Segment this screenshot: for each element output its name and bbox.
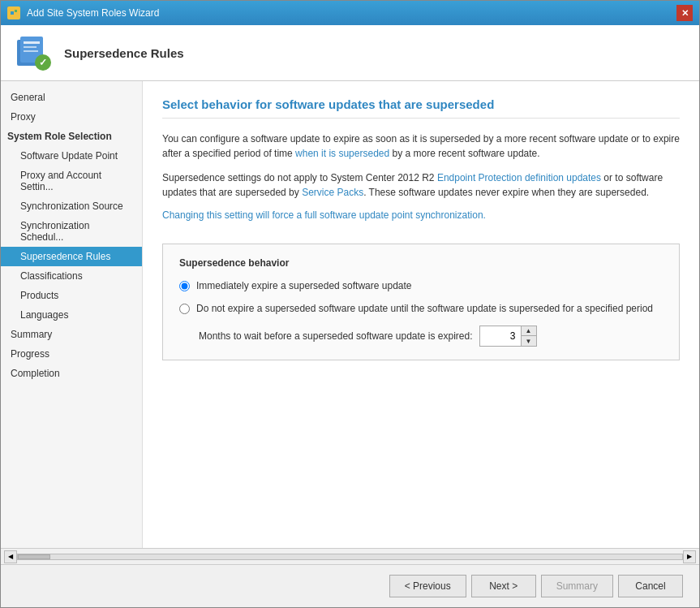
sidebar-item-system-role-selection: System Role Selection bbox=[1, 127, 142, 146]
window-title: Add Site System Roles Wizard bbox=[27, 7, 159, 19]
behavior-title: Supersedence behavior bbox=[179, 257, 663, 269]
sidebar-item-proxy-account-settings[interactable]: Proxy and Account Settin... bbox=[1, 166, 142, 196]
header-bar: ✓ Supersedence Rules bbox=[1, 25, 699, 81]
sidebar-item-progress[interactable]: Progress bbox=[1, 344, 142, 364]
content-area: Select behavior for software updates tha… bbox=[143, 81, 699, 548]
scroll-thumb[interactable] bbox=[18, 554, 50, 559]
footer: < Previous Next > Summary Cancel bbox=[1, 564, 699, 607]
app-icon bbox=[7, 6, 20, 19]
sidebar-item-synchronization-source[interactable]: Synchronization Source bbox=[1, 196, 142, 216]
bottom-scrollbar: ◀ ▶ bbox=[1, 548, 699, 564]
spinner-buttons: ▲ ▼ bbox=[521, 326, 536, 346]
desc2-link2[interactable]: Service Packs bbox=[302, 187, 363, 198]
content-desc2: Supersedence settings do not apply to Sy… bbox=[162, 170, 680, 200]
spinner-down-button[interactable]: ▼ bbox=[522, 336, 536, 346]
sidebar-item-software-update-point[interactable]: Software Update Point bbox=[1, 146, 142, 166]
summary-button[interactable]: Summary bbox=[541, 575, 613, 597]
main-window: Add Site System Roles Wizard ✕ ✓ Superse… bbox=[0, 0, 700, 608]
body: General Proxy System Role Selection Soft… bbox=[1, 81, 699, 548]
sidebar-item-synchronization-schedule[interactable]: Synchronization Schedul... bbox=[1, 216, 142, 247]
content-warning: Changing this setting will force a full … bbox=[162, 209, 680, 221]
svg-rect-5 bbox=[24, 41, 40, 44]
radio-option-1: Immediately expire a superseded software… bbox=[179, 280, 663, 291]
svg-rect-1 bbox=[11, 11, 14, 15]
sidebar-item-general[interactable]: General bbox=[1, 88, 142, 107]
radio2-label[interactable]: Do not expire a superseded software upda… bbox=[196, 303, 653, 314]
desc2-link1[interactable]: Endpoint Protection definition updates bbox=[437, 172, 601, 183]
content-title: Select behavior for software updates tha… bbox=[162, 97, 680, 119]
title-bar: Add Site System Roles Wizard ✕ bbox=[1, 1, 699, 25]
desc1-link[interactable]: when it is superseded bbox=[295, 148, 389, 159]
spinner-up-button[interactable]: ▲ bbox=[522, 326, 536, 336]
scroll-left-arrow[interactable]: ◀ bbox=[4, 550, 17, 563]
svg-text:✓: ✓ bbox=[39, 57, 47, 68]
sidebar-item-proxy[interactable]: Proxy bbox=[1, 107, 142, 127]
months-input[interactable]: 3 bbox=[480, 326, 521, 346]
scroll-right-arrow[interactable]: ▶ bbox=[683, 550, 696, 563]
content-desc1: You can configure a software update to e… bbox=[162, 132, 680, 161]
radio-specified-period[interactable] bbox=[179, 304, 190, 314]
radio1-label[interactable]: Immediately expire a superseded software… bbox=[196, 280, 411, 291]
sidebar-item-languages[interactable]: Languages bbox=[1, 305, 142, 325]
sidebar-item-completion[interactable]: Completion bbox=[1, 364, 142, 383]
header-icon: ✓ bbox=[14, 33, 53, 72]
behavior-box: Supersedence behavior Immediately expire… bbox=[162, 244, 680, 360]
close-button[interactable]: ✕ bbox=[676, 5, 693, 21]
sidebar-item-products[interactable]: Products bbox=[1, 286, 142, 305]
months-spinner: 3 ▲ ▼ bbox=[479, 326, 537, 347]
months-label: Months to wait before a superseded softw… bbox=[199, 330, 473, 342]
sidebar-item-classifications[interactable]: Classifications bbox=[1, 266, 142, 286]
next-button[interactable]: Next > bbox=[471, 575, 536, 597]
radio-option-2: Do not expire a superseded software upda… bbox=[179, 303, 663, 314]
svg-rect-7 bbox=[24, 50, 38, 52]
header-title: Supersedence Rules bbox=[64, 46, 184, 60]
title-bar-left: Add Site System Roles Wizard bbox=[7, 6, 159, 19]
cancel-button[interactable]: Cancel bbox=[618, 575, 683, 597]
radio-immediately[interactable] bbox=[179, 281, 190, 291]
sidebar-item-supersedence-rules[interactable]: Supersedence Rules bbox=[1, 247, 142, 266]
svg-rect-6 bbox=[24, 46, 37, 48]
sidebar-item-summary[interactable]: Summary bbox=[1, 325, 142, 344]
scroll-track bbox=[17, 554, 683, 560]
sidebar: General Proxy System Role Selection Soft… bbox=[1, 81, 143, 548]
months-row: Months to wait before a superseded softw… bbox=[179, 326, 663, 347]
svg-rect-2 bbox=[15, 10, 17, 12]
previous-button[interactable]: < Previous bbox=[389, 575, 466, 597]
